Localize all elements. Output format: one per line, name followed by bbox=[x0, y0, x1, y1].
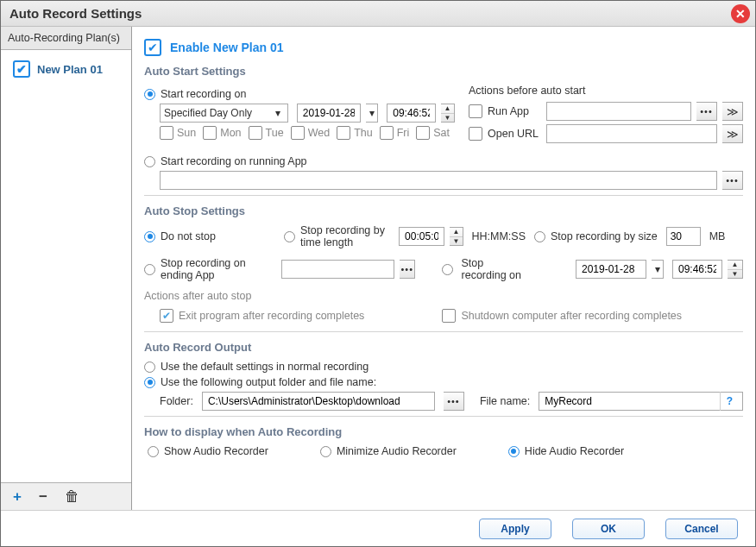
open-url-label: Open URL bbox=[488, 128, 541, 140]
delete-plan-button[interactable]: 🗑 bbox=[65, 488, 79, 506]
open-url-checkbox[interactable] bbox=[469, 127, 482, 141]
label-filename: File name: bbox=[480, 395, 530, 407]
label-display-hide: Hide Audio Recorder bbox=[525, 445, 624, 457]
sidebar-tools: + − 🗑 bbox=[1, 482, 131, 510]
running-app-input[interactable] bbox=[160, 171, 717, 190]
label-display-min: Minimize Audio Recorder bbox=[337, 445, 457, 457]
radio-do-not-stop[interactable] bbox=[144, 231, 155, 242]
ending-app-input[interactable] bbox=[281, 260, 394, 279]
chevron-down-icon bbox=[272, 107, 284, 119]
radio-output-default[interactable] bbox=[144, 362, 155, 373]
label-mb: MB bbox=[709, 230, 726, 242]
day-tue-checkbox[interactable] bbox=[249, 126, 262, 140]
start-time-stepper[interactable]: ▲▼ bbox=[441, 104, 455, 123]
radio-display-min[interactable] bbox=[320, 446, 331, 457]
stop-time-input[interactable] bbox=[672, 260, 722, 279]
stop-time-length-input[interactable] bbox=[399, 227, 444, 246]
enable-plan-label: Enable New Plan 01 bbox=[170, 41, 284, 54]
label-stop-by-size: Stop recording by size bbox=[551, 230, 658, 242]
label-stop-by-time: Stop recording by time length bbox=[300, 224, 394, 248]
window-title: Auto Record Settings bbox=[9, 6, 142, 21]
stop-time-length-stepper[interactable]: ▲▼ bbox=[450, 227, 463, 246]
run-app-browse-button[interactable] bbox=[696, 102, 717, 121]
enable-plan-checkbox[interactable] bbox=[144, 39, 161, 56]
apply-button[interactable]: Apply bbox=[479, 519, 551, 539]
cancel-button[interactable]: Cancel bbox=[665, 519, 738, 539]
day-sat-checkbox[interactable] bbox=[416, 126, 430, 140]
folder-input[interactable] bbox=[202, 392, 435, 411]
sidebar-item-plan[interactable]: New Plan 01 bbox=[1, 55, 131, 83]
exit-after-label: Exit program after recording completes bbox=[179, 310, 364, 322]
stop-time-stepper[interactable]: ▲▼ bbox=[728, 260, 743, 279]
ok-button[interactable]: OK bbox=[572, 519, 645, 539]
label-actions-after: Actions after auto stop bbox=[144, 290, 743, 302]
label-stop-on-time: Stop recording on bbox=[462, 257, 526, 281]
add-plan-button[interactable]: + bbox=[13, 488, 22, 506]
run-app-input[interactable] bbox=[546, 102, 691, 121]
shutdown-after-checkbox[interactable] bbox=[442, 309, 456, 323]
stop-date-input[interactable] bbox=[576, 260, 646, 279]
shutdown-after-label: Shutdown computer after recording comple… bbox=[461, 310, 682, 322]
section-output-title: Auto Record Output bbox=[144, 341, 743, 354]
label-stop-ending-app: Stop recording on ending App bbox=[161, 257, 276, 281]
label-folder: Folder: bbox=[160, 395, 193, 407]
close-icon[interactable]: ✕ bbox=[731, 4, 750, 23]
ending-app-browse-button[interactable] bbox=[400, 260, 415, 279]
stop-by-size-input[interactable] bbox=[666, 227, 701, 246]
plan-enabled-checkbox[interactable] bbox=[13, 60, 30, 78]
filename-help-icon[interactable]: ? bbox=[720, 392, 739, 411]
label-output-custom: Use the following output folder and file… bbox=[161, 376, 376, 388]
running-app-browse-button[interactable] bbox=[722, 171, 743, 190]
run-app-run-button[interactable] bbox=[722, 102, 743, 121]
label-do-not-stop: Do not stop bbox=[161, 230, 216, 242]
radio-output-custom[interactable] bbox=[144, 377, 155, 388]
sidebar-header: Auto-Recording Plan(s) bbox=[1, 27, 131, 50]
radio-start-running-app[interactable] bbox=[144, 156, 155, 167]
sidebar: Auto-Recording Plan(s) New Plan 01 + − 🗑 bbox=[1, 27, 132, 510]
radio-stop-by-size[interactable] bbox=[534, 231, 545, 242]
titlebar: Auto Record Settings ✕ bbox=[1, 1, 755, 27]
stop-date-dropdown[interactable] bbox=[652, 260, 664, 279]
radio-stop-by-time[interactable] bbox=[284, 231, 295, 242]
remove-plan-button[interactable]: − bbox=[39, 488, 47, 506]
label-display-show: Show Audio Recorder bbox=[164, 445, 268, 457]
run-app-label: Run App bbox=[488, 105, 541, 117]
dialog-footer: Apply OK Cancel bbox=[1, 510, 755, 546]
filename-input[interactable]: ? bbox=[539, 392, 743, 411]
auto-record-dialog: Auto Record Settings ✕ Auto-Recording Pl… bbox=[0, 0, 756, 547]
day-sun-checkbox[interactable] bbox=[160, 126, 173, 140]
day-fri-checkbox[interactable] bbox=[380, 126, 394, 140]
section-start-title: Auto Start Settings bbox=[144, 65, 743, 78]
label-start-on: Start recording on bbox=[161, 88, 246, 100]
sidebar-list: New Plan 01 bbox=[1, 50, 131, 482]
day-mon-checkbox[interactable] bbox=[203, 126, 217, 140]
run-app-checkbox[interactable] bbox=[469, 104, 482, 118]
open-url-go-button[interactable] bbox=[722, 124, 743, 143]
radio-stop-ending-app[interactable] bbox=[144, 264, 155, 275]
start-date-dropdown[interactable] bbox=[366, 104, 378, 123]
section-stop-title: Auto Stop Settings bbox=[144, 204, 743, 217]
radio-display-hide[interactable] bbox=[508, 446, 520, 457]
label-start-running-app: Start recording on running App bbox=[161, 155, 307, 167]
sidebar-item-label: New Plan 01 bbox=[37, 63, 103, 76]
main: Enable New Plan 01 Auto Start Settings S… bbox=[132, 27, 755, 510]
specified-day-select[interactable]: Specified Day Only bbox=[160, 104, 288, 123]
day-thu-checkbox[interactable] bbox=[337, 126, 350, 140]
radio-display-show[interactable] bbox=[148, 446, 159, 457]
start-date-input[interactable] bbox=[297, 104, 361, 123]
label-output-default: Use the default settings in normal recor… bbox=[161, 361, 369, 373]
label-actions-before: Actions before auto start bbox=[469, 85, 743, 97]
label-hhmmss: HH:MM:SS bbox=[472, 230, 526, 242]
section-display-title: How to display when Auto Recording bbox=[144, 425, 743, 438]
day-wed-checkbox[interactable] bbox=[291, 126, 305, 140]
start-time-input[interactable] bbox=[387, 104, 436, 123]
open-url-input[interactable] bbox=[546, 124, 717, 143]
folder-browse-button[interactable] bbox=[444, 392, 464, 411]
exit-after-checkbox[interactable] bbox=[160, 309, 173, 323]
radio-start-on[interactable] bbox=[144, 89, 155, 100]
radio-stop-on-time[interactable] bbox=[442, 264, 453, 275]
